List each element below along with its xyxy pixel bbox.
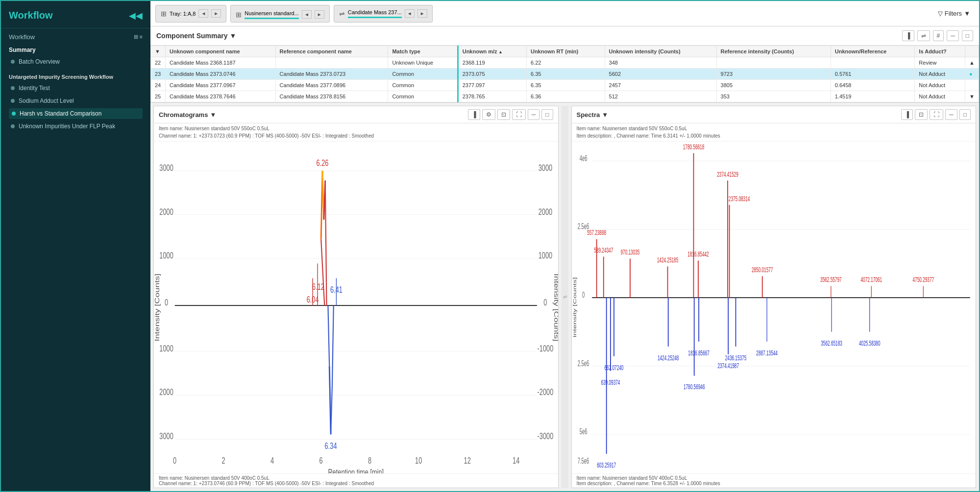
col-header-rt[interactable]: Unknown RT (min)	[526, 46, 605, 57]
col-header-intensity[interactable]: Unknown intensity (Counts)	[605, 46, 716, 57]
row-mz: 2377.097	[458, 80, 526, 91]
spectra-title[interactable]: Spectra ▼	[577, 111, 609, 118]
sidebar-item-unknown-impurities[interactable]: Unknown Impurities Under FLP Peak	[9, 121, 143, 132]
svg-text:2850.01577: 2850.01577	[751, 266, 773, 274]
svg-text:Retention time [min]: Retention time [min]	[328, 468, 384, 473]
spectra-minimize-btn[interactable]: ─	[945, 109, 957, 120]
candidate-nav-back[interactable]: ◄	[405, 9, 415, 18]
chrom-bar-btn[interactable]: ▐	[468, 109, 480, 120]
table-row[interactable]: 25 Candidate Mass 2378.7646 Candidate Ma…	[151, 91, 979, 102]
svg-text:1780.56618: 1780.56618	[683, 143, 704, 151]
svg-line-36	[325, 181, 327, 305]
dot-icon	[11, 86, 15, 90]
table-row[interactable]: 24 Candidate Mass 2377.0967 Candidate Ma…	[151, 80, 979, 91]
top-bar: ⊞ Tray: 1:A,8 ◄ ► ⊞ Nusinersen standard.…	[150, 1, 979, 26]
svg-text:603.25917: 603.25917	[597, 462, 616, 469]
spectra-dropdown-icon: ▼	[602, 111, 608, 118]
spectra-title-text: Spectra	[577, 111, 600, 118]
chromatogram-title[interactable]: Chromatograms ▼	[159, 111, 216, 118]
svg-text:5e6: 5e6	[579, 427, 587, 436]
spectra-expand-btn[interactable]: ⛶	[930, 109, 943, 120]
filter-icon: ▽	[938, 10, 943, 17]
chromatogram-body[interactable]: 3000 2000 1000 0 1000 2000 3000 3000 200…	[154, 141, 558, 473]
col-header-match-type[interactable]: Match type	[388, 46, 458, 57]
nusinersen-nav-back[interactable]: ◄	[302, 10, 312, 19]
sidebar-collapse-button[interactable]: ◀◀	[129, 10, 143, 21]
col-header-unknown-name[interactable]: Unknown component name	[166, 46, 276, 57]
sidebar-title: Workflow	[9, 10, 53, 21]
summary-group: Summary Batch Overview	[9, 47, 143, 67]
svg-text:Intensity [Counts]: Intensity [Counts]	[154, 274, 161, 342]
spectra-body[interactable]: 4e6 2.5e6 0 2.5e6 5e6 7.5e6 Intensity [C…	[572, 141, 976, 473]
col-header-ref-name[interactable]: Reference component name	[275, 46, 388, 57]
svg-text:12: 12	[464, 456, 471, 466]
tray-nav-back[interactable]: ◄	[198, 9, 208, 18]
chrom-expand-btn[interactable]: ⛶	[512, 109, 526, 120]
identity-test-label: Identity Test	[19, 85, 50, 92]
chrom-maximize-btn[interactable]: □	[541, 109, 553, 120]
chrom-minimize-btn[interactable]: ─	[528, 109, 540, 120]
col-header-ratio[interactable]: Unknown/Reference	[831, 46, 915, 57]
harsh-comparison-label: Harsh vs Standard Comparison	[20, 110, 101, 117]
table-row[interactable]: 23 Candidate Mass 2373.0746 Candidate Ma…	[151, 69, 979, 80]
sidebar-item-batch-overview[interactable]: Batch Overview	[9, 56, 143, 67]
toolbar-connection-btn[interactable]: ⇌	[917, 30, 930, 41]
chrom-axes-btn[interactable]: ⊡	[497, 109, 510, 120]
row-num: 24	[151, 80, 166, 91]
svg-text:Intensity [Counts]: Intensity [Counts]	[572, 277, 577, 337]
row-ref-intensity	[716, 57, 831, 69]
svg-text:3562.65183: 3562.65183	[821, 340, 842, 347]
col-header-adduct[interactable]: Is Adduct?	[915, 46, 965, 57]
chrom-settings-btn[interactable]: ⚙	[482, 109, 495, 120]
component-summary-title-text: Component Summary	[156, 32, 227, 40]
spectra-maximize-btn[interactable]: □	[959, 109, 971, 120]
row-ratio: 0.6458	[831, 80, 915, 91]
svg-text:2000: 2000	[159, 207, 173, 216]
chrom-info-line1: Item name: Nusinersen standard 50V 550oC…	[159, 125, 553, 132]
svg-text:557.23888: 557.23888	[587, 229, 606, 236]
svg-line-40	[331, 386, 332, 435]
svg-text:662.07240: 662.07240	[604, 364, 623, 371]
nusinersen-tab[interactable]: ⊞ Nusinersen standard... ◄ ►	[230, 5, 329, 23]
toolbar-minimize-btn[interactable]: ─	[947, 30, 959, 41]
filters-button[interactable]: ▽ Filters ▼	[934, 8, 974, 19]
component-summary-area: Component Summary ▼ ▐ ⇌ # ─ □ ▼	[150, 26, 979, 103]
split-handle[interactable]: ⇌	[562, 106, 568, 488]
spectra-axes-btn[interactable]: ⊡	[915, 109, 928, 120]
svg-text:589.24347: 589.24347	[594, 247, 613, 254]
row-intensity: 512	[605, 91, 716, 102]
toolbar-bar-chart-btn[interactable]: ▐	[902, 30, 914, 41]
candidate-icon: ⇌	[339, 10, 345, 18]
candidate-tab[interactable]: ⇌ Candidate Mass 237... ◄ ►	[334, 5, 433, 23]
col-header-extra	[965, 46, 979, 57]
toolbar-maximize-btn[interactable]: □	[962, 30, 973, 41]
col-header-num[interactable]: ▼	[151, 46, 166, 57]
row-adduct: Not Adduct	[915, 69, 965, 80]
table-row[interactable]: 22 Candidate Mass 2368.1187 Unknown Uniq…	[151, 57, 979, 69]
candidate-nav-fwd[interactable]: ►	[417, 9, 427, 18]
row-ratio	[831, 57, 915, 69]
row-unknown-name: Candidate Mass 2378.7646	[166, 91, 276, 102]
sidebar-item-harsh-comparison[interactable]: Harsh vs Standard Comparison	[9, 108, 143, 119]
nusinersen-nav-fwd[interactable]: ►	[315, 10, 324, 19]
sidebar-item-identity-test[interactable]: Identity Test	[9, 83, 143, 94]
sidebar-item-sodium-adduct[interactable]: Sodium Adduct Level	[9, 95, 143, 106]
component-summary-title[interactable]: Component Summary ▼	[156, 32, 236, 40]
spectra-bar-btn[interactable]: ▐	[901, 109, 913, 120]
svg-text:1000: 1000	[159, 251, 173, 260]
col-header-mz[interactable]: Unknown m/z	[458, 46, 526, 57]
svg-text:0: 0	[165, 298, 168, 307]
component-summary-header: Component Summary ▼ ▐ ⇌ # ─ □	[150, 26, 979, 46]
split-handle-icon: ⇌	[563, 294, 567, 300]
row-circle: ●	[965, 69, 979, 80]
tray-tab[interactable]: ⊞ Tray: 1:A,8 ◄ ►	[155, 5, 226, 23]
tray-nav-fwd[interactable]: ►	[211, 9, 221, 18]
svg-text:4e6: 4e6	[579, 154, 587, 163]
svg-text:0: 0	[582, 290, 584, 299]
svg-text:8: 8	[368, 456, 371, 466]
row-intensity: 2457	[605, 80, 716, 91]
col-header-ref-intensity[interactable]: Reference intensity (Counts)	[716, 46, 831, 57]
svg-text:0: 0	[173, 456, 176, 466]
toolbar-hash-btn[interactable]: #	[933, 30, 944, 41]
svg-text:2887.13544: 2887.13544	[756, 350, 778, 357]
